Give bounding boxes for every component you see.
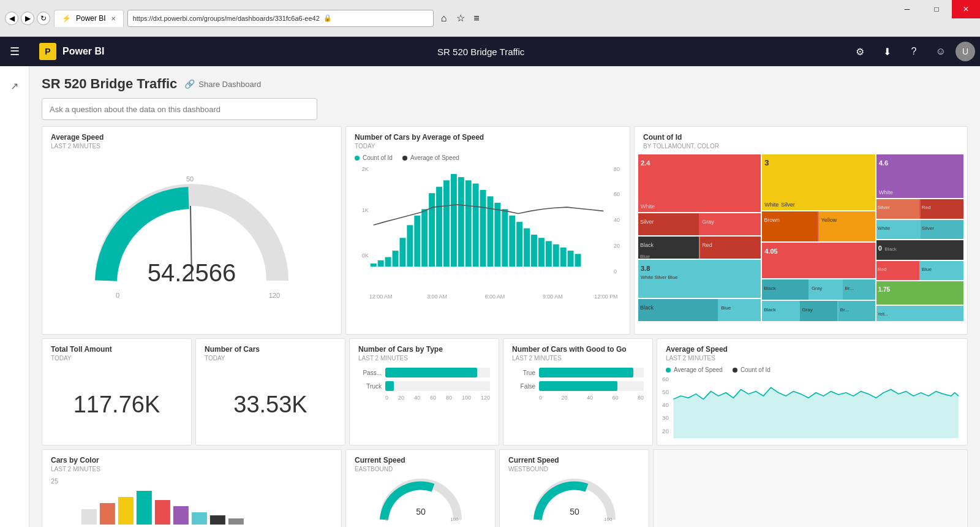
treemap-cell: 3.8 White Silver Blue — [638, 260, 761, 298]
tile-title: Current Speed — [355, 456, 486, 464]
cell-label: Red — [922, 205, 931, 210]
svg-rect-34 — [553, 245, 559, 267]
refresh-button[interactable]: ↻ — [37, 12, 50, 25]
svg-rect-21 — [458, 177, 464, 267]
feedback-button[interactable]: ☺ — [929, 39, 953, 64]
help-button[interactable]: ? — [902, 39, 926, 64]
hbar-track — [385, 381, 490, 391]
hbar-axis: 0 20 40 60 80 100 120 — [358, 395, 490, 401]
hbar-chart: True False 0 20 40 — [503, 364, 652, 407]
legend-count: Count of Id — [355, 154, 393, 161]
legend-dot — [666, 368, 671, 373]
treemap-sublabels: White Silver Blue — [641, 275, 758, 280]
user-avatar[interactable]: U — [956, 42, 975, 61]
tile-header: Count of Id BY TOLLAMOUNT, COLOR — [635, 127, 967, 152]
download-button[interactable]: ⬇ — [875, 39, 899, 64]
svg-text:20: 20 — [662, 428, 669, 434]
svg-text:50: 50 — [662, 390, 669, 395]
tile-subtitle: LAST 2 MINUTES — [666, 355, 959, 362]
treemap-cell: Gray — [800, 301, 837, 321]
cell-label: Blue — [668, 275, 677, 280]
cell-label: Br... — [845, 286, 853, 291]
tile-subtitle: WESTBOUND — [508, 466, 640, 472]
svg-text:100: 100 — [604, 517, 612, 522]
svg-rect-49 — [100, 503, 115, 525]
cars-by-type-tile: Number of Cars by Type LAST 2 MINUTES Pa… — [349, 338, 499, 445]
cars-good-to-go-tile: Number of Cars with Good to Go LAST 2 MI… — [503, 338, 653, 445]
svg-rect-31 — [531, 235, 537, 267]
legend-count: Count of Id — [733, 366, 771, 373]
count-of-id-tile: Count of Id BY TOLLAMOUNT, COLOR 2.4 Whi… — [634, 126, 968, 335]
share-dashboard-button[interactable]: 🔗 Share Dashboard — [184, 79, 261, 89]
treemap-cell: 4.05 — [762, 243, 875, 278]
tile-subtitle: LAST 2 MINUTES — [512, 355, 644, 362]
current-speed-west-tile: Current Speed WESTBOUND 50 0 100 — [499, 449, 649, 527]
treemap-cell: 2.4 White — [638, 154, 761, 212]
topnav: ☰ P Power BI SR 520 Bridge Traffic ⚙ ⬇ ?… — [0, 37, 980, 66]
line-chart-container: 60 50 40 30 20 — [657, 373, 967, 441]
tile-header: Number of Cars by Type LAST 2 MINUTES — [350, 339, 499, 364]
close-button[interactable]: ✕ — [952, 0, 980, 18]
tab-close-button[interactable]: ✕ — [111, 15, 116, 22]
browser-chrome: ─ □ ✕ ◀ ▶ ↻ ⚡ Power BI ✕ https://dxt.pow… — [0, 0, 980, 37]
qa-input[interactable] — [42, 98, 317, 120]
svg-text:12:00 AM: 12:00 AM — [369, 294, 393, 300]
hbar-chart: Pass... Truck 0 20 40 — [350, 364, 499, 407]
svg-rect-11 — [385, 257, 391, 267]
hbar-fill — [385, 368, 477, 377]
axis-label: 60 — [430, 395, 436, 401]
svg-rect-14 — [407, 225, 413, 267]
svg-rect-28 — [509, 216, 515, 267]
bar-chart-area: 2K 1K 0K 80 60 40 20 0 — [346, 161, 630, 314]
cell-label: Silver — [781, 202, 795, 208]
tab-favicon: ⚡ — [62, 14, 71, 23]
legend-speed: Average of Speed — [402, 154, 459, 161]
svg-rect-48 — [81, 509, 97, 525]
browser-tab[interactable]: ⚡ Power BI ✕ — [54, 10, 124, 27]
tile-header: Average Speed LAST 2 MINUTES — [42, 127, 341, 152]
hbar-axis: 0 20 40 60 80 — [512, 395, 644, 401]
line-chart-svg: 60 50 40 30 20 — [662, 373, 962, 438]
legend-dot — [733, 368, 737, 373]
hamburger-menu[interactable]: ☰ — [0, 37, 29, 66]
svg-text:6:00 AM: 6:00 AM — [485, 294, 505, 300]
settings-button[interactable]: ⚙ — [848, 39, 872, 64]
browser-star-icon[interactable]: ☆ — [454, 12, 467, 24]
cell-label: Brown — [764, 217, 780, 223]
treemap-cell: Br... — [843, 279, 875, 300]
browser-menu-icon[interactable]: ≡ — [471, 13, 481, 24]
svg-rect-35 — [560, 248, 567, 267]
cell-label: White — [878, 226, 890, 231]
svg-rect-24 — [480, 190, 486, 267]
treemap-row: Black Gray Br... — [762, 279, 875, 300]
tile-title: Number of Cars with Good to Go — [512, 345, 644, 354]
cell-sublabel: Blue — [640, 254, 650, 259]
treemap-cell: Yell... — [876, 306, 963, 321]
powerbi-logo-icon: P — [39, 43, 56, 60]
treemap-cell: Gray — [810, 279, 842, 300]
address-bar[interactable]: https://dxt.powerbi.com/groups/me/dashbo… — [127, 10, 434, 27]
svg-rect-51 — [137, 491, 152, 525]
browser-home-icon[interactable]: ⌂ — [437, 13, 451, 24]
legend-label: Average of Speed — [674, 366, 723, 373]
gauge-min: 0 — [116, 292, 119, 299]
back-button[interactable]: ◀ — [5, 12, 18, 25]
gauge-small: 50 0 100 — [346, 475, 495, 524]
svg-text:60: 60 — [614, 191, 620, 197]
cell-label: Gray — [702, 219, 714, 225]
tile-subtitle: LAST 2 MINUTES — [51, 143, 333, 150]
sidebar-expand-icon[interactable]: ↗ — [2, 74, 27, 98]
hbar-label: True — [512, 370, 535, 376]
svg-rect-12 — [393, 251, 399, 267]
dashboard-title: SR 520 Bridge Traffic — [42, 76, 177, 92]
maximize-button[interactable]: □ — [922, 0, 951, 18]
color-chart: 25 — [42, 475, 341, 527]
treemap-col-2: 3 White Silver Brown — [762, 154, 875, 321]
tile-header: Number of Cars TODAY — [196, 339, 345, 364]
hbar-track — [539, 381, 644, 391]
treemap-container: 2.4 White Silver Gray — [635, 152, 967, 324]
forward-button[interactable]: ▶ — [21, 12, 34, 25]
lock-icon: 🔒 — [323, 14, 332, 22]
treemap-cell: Red — [921, 199, 963, 219]
minimize-button[interactable]: ─ — [893, 0, 921, 18]
